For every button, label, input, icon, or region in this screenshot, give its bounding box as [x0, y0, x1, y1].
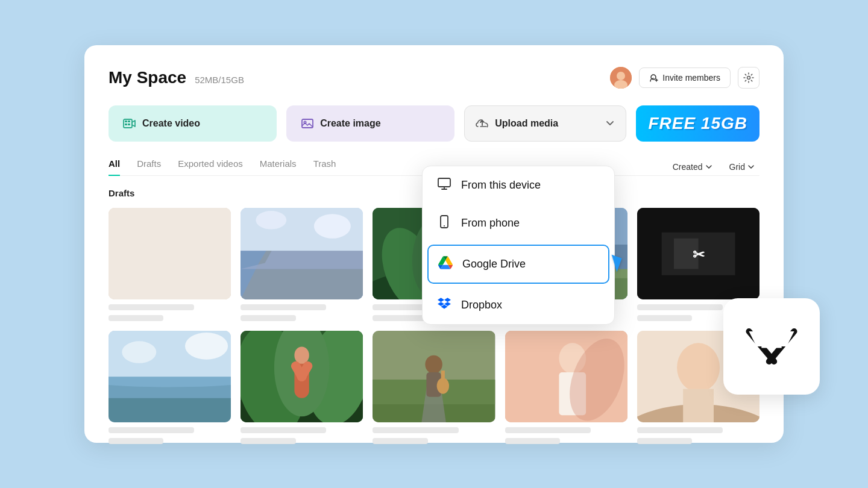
create-image-button[interactable]: Create image: [286, 105, 454, 142]
svg-rect-9: [128, 124, 130, 125]
svg-rect-77: [683, 389, 714, 422]
upload-from-dropbox[interactable]: Dropbox: [423, 286, 614, 324]
media-thumbnail: [373, 331, 495, 422]
media-sublabel: [637, 315, 692, 321]
media-label: [108, 427, 194, 433]
svg-text:✂: ✂: [692, 246, 705, 263]
chevron-down-icon: [605, 119, 615, 128]
main-card: My Space 52MB/15GB Invite members: [84, 45, 784, 443]
upload-from-google-drive[interactable]: Google Drive: [427, 245, 609, 284]
list-item[interactable]: [108, 208, 231, 321]
svg-point-25: [256, 211, 287, 229]
tab-all[interactable]: All: [108, 158, 120, 176]
sort-by-button[interactable]: Created: [668, 160, 717, 174]
svg-rect-78: [438, 178, 450, 187]
media-sublabel: [108, 438, 163, 444]
storage-info: 52MB/15GB: [195, 75, 244, 85]
svg-point-4: [747, 77, 750, 80]
media-thumbnail: [241, 208, 363, 299]
video-icon: [123, 117, 136, 130]
media-thumbnail: [108, 208, 231, 299]
promo-banner[interactable]: FREE 15GB: [636, 105, 760, 142]
create-video-button[interactable]: Create video: [108, 105, 277, 142]
upload-left: Upload media: [476, 117, 558, 130]
media-sublabel: [505, 438, 560, 444]
capcut-logo-icon: [741, 328, 802, 364]
capcut-logo-card: [723, 298, 820, 395]
upload-dropdown: From this device From phone: [422, 166, 615, 325]
tabs-right: Created Grid: [668, 160, 760, 174]
svg-point-1: [617, 72, 625, 80]
media-label: [505, 427, 591, 433]
svg-point-17: [175, 240, 189, 251]
svg-rect-5: [124, 119, 132, 128]
add-user-icon: [649, 73, 659, 83]
upload-icon: [476, 117, 489, 130]
svg-point-16: [150, 241, 165, 253]
sort-chevron-icon: [705, 163, 712, 170]
header: My Space 52MB/15GB Invite members: [108, 67, 760, 89]
svg-point-13: [121, 269, 219, 299]
svg-rect-86: [761, 344, 781, 348]
list-item[interactable]: [241, 331, 363, 444]
phone-icon: [437, 215, 451, 231]
svg-point-15: [165, 236, 199, 271]
tab-trash[interactable]: Trash: [313, 158, 336, 176]
media-thumbnail: [241, 331, 363, 422]
tab-materials[interactable]: Materials: [260, 158, 297, 176]
svg-rect-68: [441, 371, 445, 389]
media-label: [637, 304, 723, 310]
google-drive-icon: [438, 255, 453, 273]
svg-point-58: [295, 346, 309, 363]
svg-point-80: [444, 225, 445, 227]
list-item[interactable]: [241, 208, 363, 321]
promo-text: FREE 15GB: [648, 114, 747, 133]
media-sublabel: [108, 315, 163, 321]
media-sublabel: [373, 438, 427, 444]
svg-rect-6: [125, 120, 127, 122]
svg-rect-7: [128, 120, 130, 122]
action-row: Create video Create image Upload media: [108, 105, 760, 142]
upload-from-phone[interactable]: From phone: [423, 204, 614, 242]
media-sublabel: [241, 315, 295, 321]
media-thumbnail: ✂: [637, 208, 760, 299]
media-label: [241, 304, 326, 310]
media-label: [108, 304, 194, 310]
monitor-icon: [437, 177, 451, 193]
gear-icon: [743, 72, 754, 83]
list-item[interactable]: [373, 331, 495, 444]
svg-point-50: [185, 333, 228, 360]
invite-members-button[interactable]: Invite members: [639, 67, 731, 88]
media-label: [373, 427, 458, 433]
view-mode-button[interactable]: Grid: [725, 160, 760, 174]
media-sublabel: [241, 438, 295, 444]
media-thumbnail: [108, 331, 231, 422]
media-label: [241, 427, 326, 433]
avatar[interactable]: [610, 67, 632, 89]
header-right: Invite members: [610, 67, 760, 89]
list-item[interactable]: [108, 331, 231, 444]
image-icon: [301, 117, 314, 130]
svg-point-76: [677, 343, 720, 392]
svg-point-14: [139, 238, 176, 275]
svg-rect-10: [302, 119, 313, 128]
svg-rect-8: [125, 124, 127, 125]
media-sublabel: [637, 438, 692, 444]
upload-from-device[interactable]: From this device: [423, 166, 614, 204]
media-label: [637, 427, 723, 433]
upload-media-button[interactable]: Upload media: [464, 105, 626, 142]
list-item[interactable]: [505, 331, 627, 444]
header-left: My Space 52MB/15GB: [108, 68, 244, 87]
settings-button[interactable]: [738, 67, 760, 89]
media-sublabel: [373, 315, 427, 321]
view-chevron-icon: [747, 163, 755, 170]
tab-drafts[interactable]: Drafts: [137, 158, 161, 176]
svg-rect-12: [108, 208, 231, 299]
dropbox-icon: [437, 297, 451, 313]
svg-rect-18: [145, 260, 194, 284]
media-thumbnail: [505, 331, 627, 422]
page-title: My Space: [108, 68, 186, 87]
tab-exported-videos[interactable]: Exported videos: [178, 158, 243, 176]
svg-point-24: [314, 214, 351, 239]
svg-point-65: [426, 355, 442, 374]
